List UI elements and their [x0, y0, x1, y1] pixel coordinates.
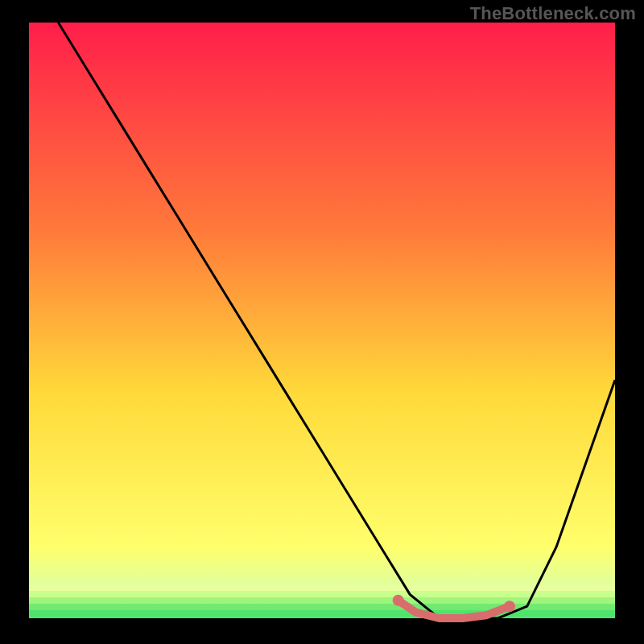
svg-rect-2 [29, 597, 615, 604]
chart-frame: TheBottleneck.com [0, 0, 644, 644]
svg-rect-0 [29, 584, 615, 591]
svg-rect-1 [29, 591, 615, 597]
attribution-text: TheBottleneck.com [470, 3, 636, 24]
valley-dot-left [393, 595, 404, 606]
valley-dot-right [504, 601, 515, 612]
plot-background [29, 23, 615, 618]
svg-rect-4 [29, 610, 615, 617]
green-bands [29, 584, 615, 617]
bottleneck-chart [0, 0, 644, 644]
